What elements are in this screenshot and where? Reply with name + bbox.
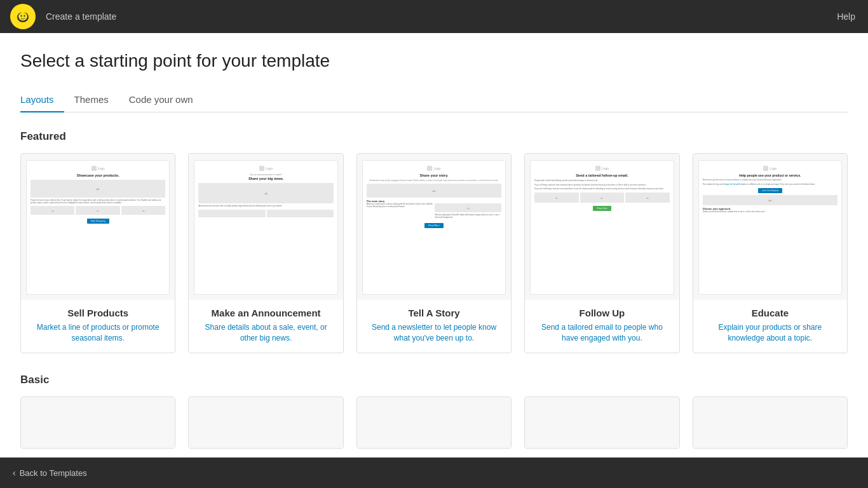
tab-code[interactable]: Code your own: [129, 89, 203, 112]
card-announcement-info: Make an Announcement Share details about…: [189, 300, 342, 353]
card-sell-products[interactable]: Logo Showcase your products. ⛰ Feature t…: [20, 153, 175, 353]
svg-point-5: [21, 13, 22, 14]
svg-point-2: [20, 15, 22, 17]
back-arrow-icon: ‹: [13, 468, 16, 478]
preview-body-2: Announcements work best with a visually …: [198, 205, 333, 208]
preview-headline-4: Send a tailored follow-up email.: [534, 173, 669, 178]
card-sell-products-name: Sell Products: [29, 308, 167, 318]
tab-layouts[interactable]: Layouts: [20, 89, 64, 112]
basic-card-3[interactable]: [356, 396, 512, 449]
card-educate-desc: Explain your products or share knowledge…: [701, 322, 839, 344]
preview-row-2: [198, 210, 333, 219]
card-sell-products-desc: Market a line of products or promote sea…: [29, 322, 167, 344]
tab-bar: Layouts Themes Code your own: [20, 89, 848, 112]
back-to-templates-link[interactable]: ‹ Back to Templates: [13, 468, 87, 478]
preview-hero-img-3: ⛰: [367, 184, 501, 198]
card-announcement-desc: Share details about a sale, event, or ot…: [196, 322, 335, 344]
card-tell-story-name: Tell A Story: [365, 308, 503, 318]
svg-point-6: [24, 13, 25, 14]
preview-headline-5: Help people use your product or service.: [703, 173, 837, 177]
card-announcement[interactable]: Logo Got an announcement to make? Share …: [188, 153, 343, 353]
basic-card-1[interactable]: [20, 396, 175, 449]
preview-story-cols: Make your email easy to scan by starting…: [367, 203, 501, 221]
page-title: Select a starting point for your templat…: [20, 51, 848, 71]
basic-card-2[interactable]: [188, 396, 343, 449]
svg-point-3: [24, 15, 25, 17]
preview-logo-4: Logo: [534, 166, 669, 171]
basic-card-5[interactable]: [693, 396, 848, 449]
preview-headline-3: Share your story.: [367, 173, 501, 178]
card-follow-up-desc: Send a tailored email to people who have…: [532, 322, 671, 344]
card-follow-up-name: Follow Up: [532, 308, 671, 318]
preview-hero-img: ⛰: [31, 180, 165, 198]
featured-section: Featured Logo Showcase your products. ⛰: [20, 130, 848, 353]
preview-cta: Start Shopping: [31, 219, 165, 224]
card-announcement-preview: Logo Got an announcement to make? Share …: [189, 154, 342, 300]
basic-section: Basic: [20, 374, 848, 449]
footer-bar: ‹ Back to Templates: [0, 458, 868, 488]
navbar: Create a template Help: [0, 0, 868, 33]
basic-card-grid: [20, 396, 848, 449]
preview-hero-img-2: ⛰: [198, 183, 333, 203]
main-content: Select a starting point for your templat…: [0, 33, 868, 458]
card-tell-story[interactable]: Logo Share your story. Newsletters keep …: [356, 153, 512, 353]
card-sell-products-info: Sell Products Market a line of products …: [21, 300, 175, 353]
basic-card-4[interactable]: [524, 396, 679, 449]
preview-logo-2: Logo: [198, 166, 333, 171]
card-tell-story-preview: Logo Share your story. Newsletters keep …: [357, 154, 511, 300]
tab-themes[interactable]: Themes: [74, 89, 119, 112]
card-educate-info: Educate Explain your products or share k…: [693, 300, 847, 353]
card-educate[interactable]: Logo Help people use your product or ser…: [693, 153, 848, 353]
navbar-title: Create a template: [46, 11, 116, 22]
card-sell-products-preview: Logo Showcase your products. ⛰ Feature t…: [21, 154, 175, 300]
card-tell-story-info: Tell A Story Send a newsletter to let pe…: [357, 300, 511, 353]
preview-headline-2: Share your big news.: [198, 177, 333, 181]
preview-logo-5: Logo: [703, 166, 837, 171]
featured-section-title: Featured: [20, 130, 848, 143]
card-announcement-name: Make an Announcement: [196, 308, 335, 318]
preview-body: Feature the star of your collection firs…: [31, 200, 165, 205]
card-educate-name: Educate: [701, 308, 839, 318]
mailchimp-logo: [10, 4, 36, 29]
card-follow-up[interactable]: Logo Send a tailored follow-up email. Ke…: [524, 153, 679, 353]
card-educate-preview: Logo Help people use your product or ser…: [693, 154, 847, 300]
preview-headline: Showcase your products.: [31, 173, 165, 178]
preview-product-row: ⛰ ⛰ ⛰: [31, 206, 165, 217]
preview-logo-3: Logo: [367, 166, 501, 171]
back-to-templates-label: Back to Templates: [20, 468, 87, 478]
card-follow-up-info: Follow Up Send a tailored email to peopl…: [525, 300, 679, 353]
preview-logo: Logo: [31, 166, 165, 171]
help-link[interactable]: Help: [837, 11, 855, 22]
card-follow-up-preview: Logo Send a tailored follow-up email. Ke…: [525, 154, 679, 300]
card-tell-story-desc: Send a newsletter to let people know wha…: [365, 322, 503, 344]
basic-section-title: Basic: [20, 374, 848, 386]
featured-card-grid: Logo Showcase your products. ⛰ Feature t…: [20, 153, 848, 353]
